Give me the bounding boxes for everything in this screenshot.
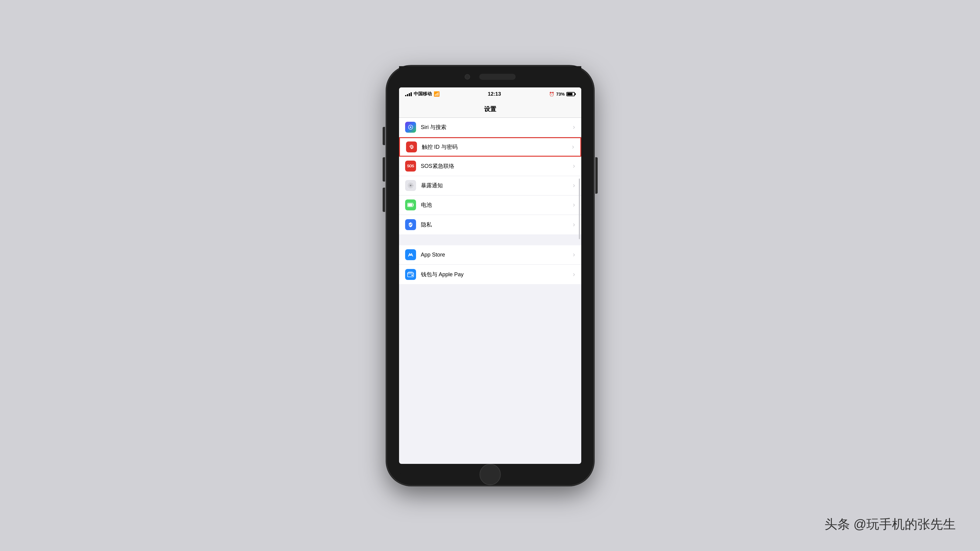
- sos-text: SOS: [407, 164, 414, 168]
- settings-item-siri[interactable]: Siri 与搜索: [399, 118, 581, 137]
- wifi-icon: 📶: [434, 91, 440, 97]
- sos-icon: SOS: [405, 160, 416, 171]
- earpiece-speaker: [479, 74, 515, 80]
- navigation-bar: 设置: [399, 101, 581, 118]
- settings-item-exposure[interactable]: 暴露通知: [399, 176, 581, 195]
- phone-bottom-bezel: [399, 464, 581, 485]
- front-camera: [465, 74, 470, 79]
- siri-icon: [405, 122, 416, 133]
- battery-svg: [407, 203, 414, 207]
- sos-label: SOS紧急联络: [421, 162, 573, 170]
- status-left: 中国移动 📶: [405, 91, 440, 97]
- phone-frame: 中国移动 📶 12:13 ⏰ 73% 设置: [387, 66, 593, 485]
- battery-label: 电池: [421, 201, 573, 208]
- signal-bar-4: [410, 92, 412, 96]
- exposure-label: 暴露通知: [421, 182, 573, 189]
- volume-up-button[interactable]: [383, 157, 385, 181]
- touch-id-label: 触控 ID 与密码: [422, 143, 572, 151]
- touch-id-chevron-icon: [572, 143, 574, 151]
- siri-label: Siri 与搜索: [421, 124, 573, 131]
- settings-list: Siri 与搜索 触控 I: [399, 118, 581, 284]
- settings-group-2: App Store 钱包与 Apple Pay: [399, 245, 581, 284]
- svg-rect-7: [408, 204, 412, 206]
- touch-id-icon: [406, 141, 417, 152]
- settings-item-battery[interactable]: 电池: [399, 195, 581, 215]
- watermark: 头条 @玩手机的张先生: [824, 516, 956, 533]
- status-right: ⏰ 73%: [549, 92, 575, 97]
- power-button[interactable]: [595, 157, 598, 194]
- appstore-svg: [407, 251, 414, 258]
- svg-rect-9: [412, 275, 413, 276]
- mute-button[interactable]: [383, 127, 385, 145]
- settings-group-1: Siri 与搜索 触控 I: [399, 118, 581, 234]
- privacy-label: 隐私: [421, 221, 573, 228]
- status-bar: 中国移动 📶 12:13 ⏰ 73%: [399, 87, 581, 101]
- signal-bar-3: [409, 93, 410, 96]
- privacy-svg: [407, 221, 414, 228]
- exposure-svg: [407, 182, 414, 189]
- privacy-icon: [405, 219, 416, 230]
- page-title: 设置: [484, 105, 496, 113]
- settings-item-appstore[interactable]: App Store: [399, 245, 581, 265]
- fingerprint-svg: [408, 144, 415, 150]
- signal-bar-2: [407, 94, 408, 96]
- screen: 中国移动 📶 12:13 ⏰ 73% 设置: [399, 87, 581, 464]
- appstore-label: App Store: [421, 252, 573, 258]
- group-separator: [399, 234, 581, 245]
- settings-item-touch-id[interactable]: 触控 ID 与密码: [399, 137, 581, 157]
- exposure-chevron-icon: [573, 181, 575, 189]
- wallet-label: 钱包与 Apple Pay: [421, 271, 573, 278]
- settings-item-privacy[interactable]: 隐私: [399, 215, 581, 234]
- scrollbar[interactable]: [579, 178, 580, 239]
- battery-fill: [567, 93, 572, 95]
- svg-rect-6: [413, 204, 414, 206]
- siri-chevron-icon: [573, 123, 575, 131]
- settings-item-sos[interactable]: SOS SOS紧急联络: [399, 157, 581, 176]
- status-time: 12:13: [488, 91, 501, 97]
- volume-down-button[interactable]: [383, 187, 385, 212]
- wallet-icon: [405, 269, 416, 280]
- siri-svg: [407, 124, 414, 130]
- battery-shape: [566, 92, 575, 96]
- battery-percent: 73%: [556, 92, 565, 97]
- svg-point-2: [410, 184, 412, 186]
- battery-icon: [566, 92, 575, 96]
- battery-chevron-icon: [573, 201, 575, 209]
- home-button[interactable]: [479, 464, 501, 485]
- signal-icon: [405, 92, 412, 96]
- phone-top-bezel: [399, 66, 581, 87]
- privacy-chevron-icon: [573, 221, 575, 229]
- settings-item-wallet[interactable]: 钱包与 Apple Pay: [399, 265, 581, 284]
- wallet-svg: [407, 272, 414, 277]
- alarm-icon: ⏰: [549, 92, 554, 97]
- carrier-label: 中国移动: [414, 91, 432, 97]
- signal-bar-1: [405, 95, 406, 96]
- battery-settings-icon: [405, 200, 416, 210]
- appstore-chevron-icon: [573, 251, 575, 259]
- appstore-icon: [405, 249, 416, 260]
- sos-chevron-icon: [573, 162, 575, 170]
- wallet-chevron-icon: [573, 270, 575, 278]
- exposure-icon: [405, 180, 416, 191]
